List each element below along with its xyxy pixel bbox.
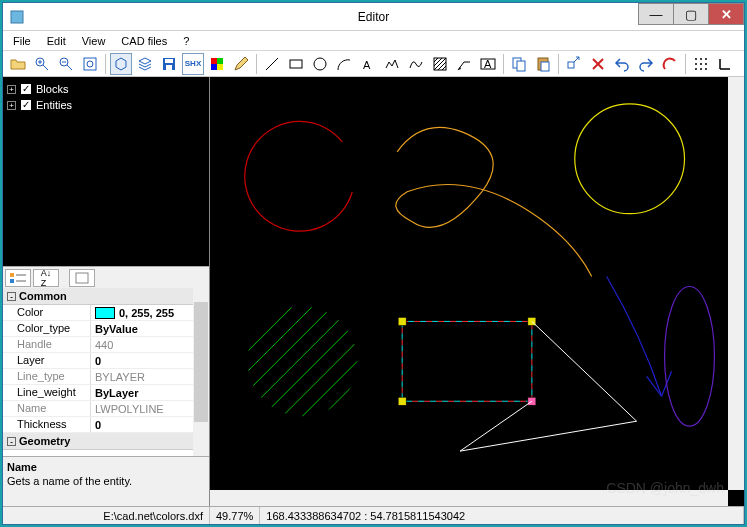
svg-rect-8	[211, 58, 217, 64]
spline-icon[interactable]	[405, 53, 427, 75]
svg-rect-41	[398, 397, 406, 405]
color-icon[interactable]	[206, 53, 228, 75]
svg-rect-7	[166, 65, 172, 70]
titlebar: Editor — ▢ ✕	[3, 3, 744, 31]
ortho-icon[interactable]	[714, 53, 736, 75]
snap-endpoint-icon[interactable]	[659, 53, 681, 75]
close-button[interactable]: ✕	[708, 3, 744, 25]
menubar: File Edit View CAD files ?	[3, 31, 744, 51]
status-zoom: 49.77%	[210, 507, 260, 524]
property-grid[interactable]: -Common Color0, 255, 255 Color_typeByVal…	[3, 288, 209, 456]
svg-rect-11	[217, 64, 223, 70]
leader-icon[interactable]	[453, 53, 475, 75]
rect-icon[interactable]	[285, 53, 307, 75]
property-toolbar: A↓Z	[3, 266, 209, 288]
zoom-out-icon[interactable]	[55, 53, 77, 75]
menu-file[interactable]: File	[7, 33, 37, 49]
arc-icon[interactable]	[333, 53, 355, 75]
prop-row-layer[interactable]: Layer0	[3, 353, 209, 369]
paste-icon[interactable]	[532, 53, 554, 75]
svg-text:A: A	[484, 58, 492, 70]
save-icon[interactable]	[158, 53, 180, 75]
layers-icon[interactable]	[134, 53, 156, 75]
delete-icon[interactable]	[587, 53, 609, 75]
prop-row-linetype: Line_typeBYLAYER	[3, 369, 209, 385]
polyline-icon[interactable]	[381, 53, 403, 75]
svg-rect-10	[211, 64, 217, 70]
toolbar: SHX A A	[3, 51, 744, 77]
menu-help[interactable]: ?	[177, 33, 195, 49]
svg-text:A: A	[363, 59, 371, 71]
prop-row-colortype[interactable]: Color_typeByValue	[3, 321, 209, 337]
category-common[interactable]: -Common	[3, 288, 209, 305]
svg-point-4	[87, 61, 93, 67]
shx-icon[interactable]: SHX	[182, 53, 204, 75]
desc-title: Name	[7, 461, 205, 473]
zoom-extents-icon[interactable]	[79, 53, 101, 75]
grid-icon[interactable]	[690, 53, 712, 75]
tree-label: Blocks	[36, 83, 68, 95]
scrollbar[interactable]	[193, 288, 209, 456]
svg-point-23	[695, 58, 697, 60]
svg-point-13	[314, 58, 326, 70]
prop-row-thickness[interactable]: Thickness0	[3, 417, 209, 433]
prop-row-lineweight[interactable]: Line_weightByLayer	[3, 385, 209, 401]
expand-icon[interactable]: +	[7, 101, 16, 110]
left-panel: + ✓ Blocks + ✓ Entities A↓Z -Common Colo…	[3, 77, 210, 506]
open-icon[interactable]	[7, 53, 29, 75]
maximize-button[interactable]: ▢	[673, 3, 709, 25]
desc-text: Gets a name of the entity.	[7, 475, 205, 487]
svg-point-26	[695, 63, 697, 65]
svg-rect-21	[541, 62, 549, 71]
circle-icon[interactable]	[309, 53, 331, 75]
drawing-canvas[interactable]: CSDN @john_dwh	[210, 77, 744, 506]
expand-icon[interactable]: +	[7, 85, 16, 94]
svg-point-29	[695, 68, 697, 70]
svg-point-35	[575, 104, 685, 214]
mtext-icon[interactable]: A	[477, 53, 499, 75]
redo-icon[interactable]	[635, 53, 657, 75]
svg-point-27	[700, 63, 702, 65]
svg-point-30	[700, 68, 702, 70]
svg-rect-37	[402, 321, 532, 401]
hatch-icon[interactable]	[429, 53, 451, 75]
tree-item-entities[interactable]: + ✓ Entities	[7, 97, 205, 113]
zoom-in-icon[interactable]	[31, 53, 53, 75]
tree-item-blocks[interactable]: + ✓ Blocks	[7, 81, 205, 97]
svg-rect-9	[217, 58, 223, 64]
status-coords: 168.433388634702 : 54.7815811543042	[260, 507, 744, 524]
view-cube-icon[interactable]	[110, 53, 132, 75]
categorized-icon[interactable]	[5, 269, 31, 287]
svg-rect-39	[398, 317, 406, 325]
svg-rect-38	[402, 321, 532, 401]
svg-rect-6	[165, 59, 173, 63]
checkbox-icon[interactable]: ✓	[20, 99, 32, 111]
window-title: Editor	[3, 10, 744, 24]
line-icon[interactable]	[261, 53, 283, 75]
property-description: Name Gets a name of the entity.	[3, 456, 209, 506]
menu-view[interactable]: View	[76, 33, 112, 49]
checkbox-icon[interactable]: ✓	[20, 83, 32, 95]
pencil-icon[interactable]	[230, 53, 252, 75]
svg-point-24	[700, 58, 702, 60]
entity-tree[interactable]: + ✓ Blocks + ✓ Entities	[3, 77, 209, 266]
category-geometry[interactable]: -Geometry	[3, 433, 209, 450]
statusbar: E:\cad.net\colors.dxf 49.77% 168.4333886…	[3, 506, 744, 524]
svg-rect-12	[290, 60, 302, 68]
status-filepath: E:\cad.net\colors.dxf	[3, 507, 210, 524]
alphabetical-icon[interactable]: A↓Z	[33, 269, 59, 287]
prop-row-color[interactable]: Color0, 255, 255	[3, 305, 209, 321]
svg-point-43	[665, 287, 715, 427]
scale-icon[interactable]	[563, 53, 585, 75]
svg-rect-19	[517, 61, 525, 71]
undo-icon[interactable]	[611, 53, 633, 75]
minimize-button[interactable]: —	[638, 3, 674, 25]
copy-icon[interactable]	[508, 53, 530, 75]
text-icon[interactable]: A	[357, 53, 379, 75]
scrollbar-v[interactable]	[728, 77, 744, 490]
svg-rect-22	[568, 62, 574, 68]
menu-cadfiles[interactable]: CAD files	[115, 33, 173, 49]
menu-edit[interactable]: Edit	[41, 33, 72, 49]
color-swatch	[95, 307, 115, 319]
property-pages-icon[interactable]	[69, 269, 95, 287]
